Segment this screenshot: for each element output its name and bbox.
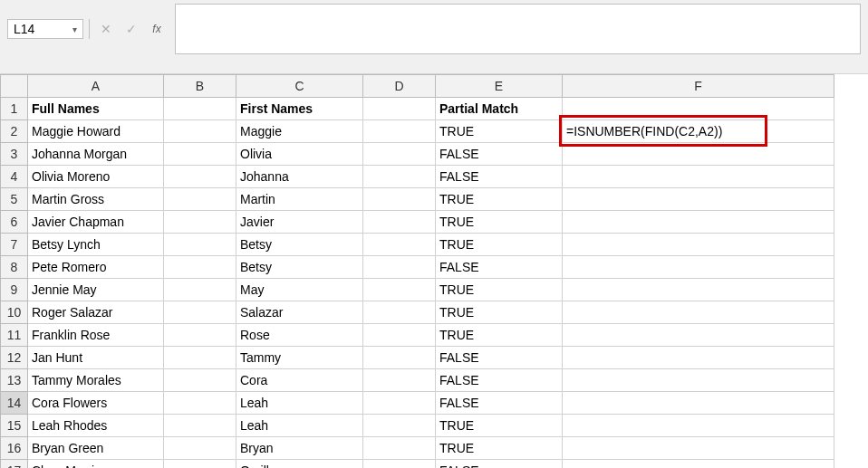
row-header[interactable]: 12 (1, 347, 28, 369)
cell[interactable]: FALSE (436, 460, 563, 469)
col-header-C[interactable]: C (236, 75, 363, 98)
cell[interactable]: FALSE (436, 392, 563, 415)
cell[interactable]: FALSE (436, 143, 563, 166)
cell[interactable]: Pete Romero (28, 256, 164, 279)
row-header[interactable]: 14 (1, 392, 28, 415)
row-header[interactable]: 1 (1, 98, 28, 120)
cell[interactable]: Johanna (236, 166, 363, 188)
chevron-down-icon[interactable]: ▾ (72, 24, 77, 34)
col-header-D[interactable]: D (363, 75, 436, 98)
cell[interactable]: Jan Hunt (28, 347, 164, 369)
cell[interactable] (563, 437, 834, 460)
cell[interactable]: Tammy Morales (28, 369, 164, 392)
cell[interactable]: Betsy (236, 234, 363, 256)
cell[interactable] (563, 188, 834, 211)
cell[interactable] (363, 166, 436, 188)
cell[interactable] (363, 98, 436, 120)
cell[interactable]: Bryan (236, 437, 363, 460)
cell[interactable] (363, 392, 436, 415)
cell[interactable] (164, 188, 236, 211)
col-header-E[interactable]: E (436, 75, 563, 98)
cell[interactable]: Partial Match (436, 98, 563, 120)
col-header-B[interactable]: B (164, 75, 236, 98)
row-header[interactable]: 13 (1, 369, 28, 392)
cell[interactable] (563, 256, 834, 279)
cell[interactable] (164, 460, 236, 469)
cell[interactable] (164, 437, 236, 460)
cell[interactable] (363, 415, 436, 437)
row-header[interactable]: 3 (1, 143, 28, 166)
row-header[interactable]: 8 (1, 256, 28, 279)
cell[interactable]: Rose (236, 324, 363, 347)
cell[interactable]: TRUE (436, 279, 563, 301)
cell[interactable]: FALSE (436, 256, 563, 279)
row-header[interactable]: 15 (1, 415, 28, 437)
cell[interactable] (164, 98, 236, 120)
cell[interactable]: =ISNUMBER(FIND(C2,A2)) (563, 120, 834, 143)
cell[interactable]: Javier Chapman (28, 211, 164, 234)
cell[interactable]: Betsy Lynch (28, 234, 164, 256)
cell[interactable] (363, 301, 436, 324)
cell[interactable]: Clara Morris (28, 460, 164, 469)
cell[interactable]: TRUE (436, 211, 563, 234)
cell[interactable] (363, 324, 436, 347)
cell[interactable] (563, 415, 834, 437)
cell[interactable]: Olivia Moreno (28, 166, 164, 188)
cell[interactable]: Salazar (236, 301, 363, 324)
cell[interactable]: First Names (236, 98, 363, 120)
row-header[interactable]: 10 (1, 301, 28, 324)
col-header-F[interactable]: F (563, 75, 834, 98)
cell[interactable] (563, 279, 834, 301)
row-header[interactable]: 16 (1, 437, 28, 460)
cell[interactable]: Franklin Rose (28, 324, 164, 347)
cell[interactable]: TRUE (436, 234, 563, 256)
cell[interactable]: TRUE (436, 188, 563, 211)
cell[interactable] (363, 460, 436, 469)
cell[interactable] (363, 347, 436, 369)
cell[interactable] (563, 234, 834, 256)
cell[interactable]: Bryan Green (28, 437, 164, 460)
cell[interactable] (363, 120, 436, 143)
cell[interactable]: Martin Gross (28, 188, 164, 211)
cell[interactable] (563, 301, 834, 324)
cell[interactable] (164, 301, 236, 324)
cell[interactable] (164, 256, 236, 279)
cell[interactable]: Leah (236, 392, 363, 415)
cell[interactable] (563, 98, 834, 120)
row-header[interactable]: 9 (1, 279, 28, 301)
cell[interactable]: Full Names (28, 98, 164, 120)
cell[interactable] (563, 460, 834, 469)
cell[interactable] (164, 369, 236, 392)
cell[interactable] (164, 347, 236, 369)
cell[interactable] (563, 324, 834, 347)
cell[interactable]: Maggie Howard (28, 120, 164, 143)
cell[interactable]: Cora Flowers (28, 392, 164, 415)
cell[interactable]: TRUE (436, 120, 563, 143)
cell[interactable] (363, 279, 436, 301)
cell[interactable]: Roger Salazar (28, 301, 164, 324)
cell[interactable] (164, 234, 236, 256)
cell[interactable] (363, 143, 436, 166)
cell[interactable] (164, 211, 236, 234)
cell[interactable] (164, 415, 236, 437)
cell[interactable]: FALSE (436, 369, 563, 392)
cell[interactable] (563, 143, 834, 166)
row-header[interactable]: 4 (1, 166, 28, 188)
cell[interactable]: Betsy (236, 256, 363, 279)
cell[interactable] (563, 211, 834, 234)
cell[interactable] (164, 143, 236, 166)
cell[interactable]: Orville (236, 460, 363, 469)
cell[interactable] (563, 347, 834, 369)
cell[interactable]: FALSE (436, 347, 563, 369)
cell[interactable]: May (236, 279, 363, 301)
cell[interactable]: FALSE (436, 166, 563, 188)
cell[interactable]: Johanna Morgan (28, 143, 164, 166)
cell[interactable] (164, 279, 236, 301)
cell[interactable]: TRUE (436, 437, 563, 460)
cell[interactable] (563, 369, 834, 392)
cell[interactable]: Cora (236, 369, 363, 392)
row-header[interactable]: 2 (1, 120, 28, 143)
cell[interactable]: Martin (236, 188, 363, 211)
cell[interactable]: Leah (236, 415, 363, 437)
cell[interactable] (363, 369, 436, 392)
